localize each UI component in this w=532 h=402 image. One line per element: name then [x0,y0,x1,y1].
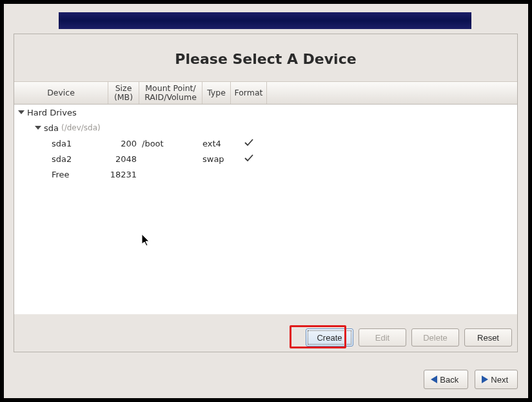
tree-disk-row[interactable]: sda (/dev/sda) [14,120,517,136]
tree-root-row[interactable]: Hard Drives [14,105,517,120]
col-device[interactable]: Device [14,82,108,104]
col-format[interactable]: Format [231,82,267,104]
window-titlebar [59,12,471,29]
part-type: ext4 [202,139,231,148]
back-label: Back [440,375,458,385]
partition-row[interactable]: sda1 200 /boot ext4 [14,136,517,151]
device-tree[interactable]: Hard Drives sda (/dev/sda) sda1 200 /boo… [14,105,517,314]
edit-button: Edit [359,328,406,347]
page-title: Please Select A Device [14,34,517,81]
checkmark-icon [244,153,254,165]
back-button[interactable]: Back [424,370,468,389]
device-panel: Please Select A Device Device Size (MB) … [14,34,518,352]
next-label: Next [491,375,508,385]
checkmark-icon [244,137,254,150]
col-size[interactable]: Size (MB) [108,82,139,104]
installer-window: Please Select A Device Device Size (MB) … [4,4,528,398]
arrow-left-icon [431,376,437,383]
delete-button: Delete [411,328,459,347]
col-type[interactable]: Type [202,82,231,104]
reset-button[interactable]: Reset [464,328,512,347]
col-mount[interactable]: Mount Point/ RAID/Volume [139,82,202,104]
part-name: Free [52,170,70,179]
expander-icon[interactable] [35,126,41,130]
partition-row[interactable]: sda2 2048 swap [14,151,517,166]
arrow-right-icon [482,376,488,383]
part-size: 18231 [108,170,139,179]
partition-row[interactable]: Free 18231 [14,166,517,182]
part-size: 200 [108,139,139,148]
tree-root-label: Hard Drives [27,108,77,117]
part-name: sda2 [52,154,72,164]
table-header-row: Device Size (MB) Mount Point/ RAID/Volum… [14,81,517,105]
wizard-nav: Back Next [424,370,518,389]
part-size: 2048 [108,154,139,164]
create-button[interactable]: Create [306,328,353,347]
next-button[interactable]: Next [475,370,518,389]
part-name: sda1 [52,139,72,148]
expander-icon[interactable] [18,110,25,114]
part-type: swap [202,154,231,164]
part-mount: /boot [139,139,202,148]
panel-button-row: Create Edit Delete Reset [306,328,512,347]
disk-path: (/dev/sda) [61,123,101,132]
col-spacer [267,82,517,104]
disk-name: sda [44,123,59,133]
